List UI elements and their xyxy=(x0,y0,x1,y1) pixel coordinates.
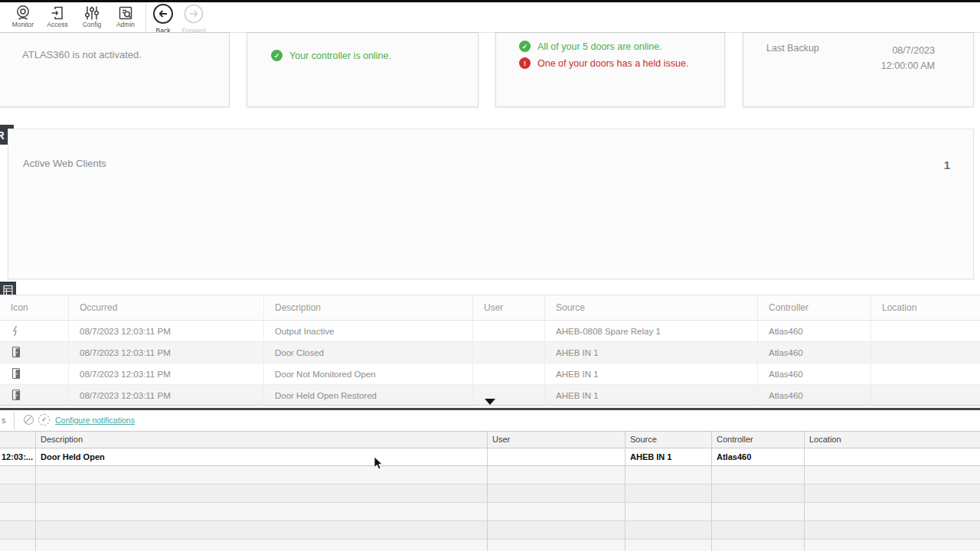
controller-status-text: Your controller is online. xyxy=(289,51,391,61)
col-header-description[interactable]: Description xyxy=(36,432,488,448)
toolbar-label-config: Config xyxy=(74,21,109,28)
doors-issue-text: One of your doors has a held issue. xyxy=(537,58,688,69)
empty-row[interactable] xyxy=(0,521,980,540)
app-window: Monitor Access Config xyxy=(0,0,980,551)
event-controller: Atlas460 xyxy=(758,342,871,363)
active-web-clients-count: 1 xyxy=(944,158,950,171)
col-header-user[interactable]: User xyxy=(488,432,626,448)
col-header-source[interactable]: Source xyxy=(545,295,758,320)
activation-status-text: ATLAS360 is not activated. xyxy=(0,33,229,60)
toolbar-button-monitor[interactable]: Monitor xyxy=(5,4,41,31)
alert-user xyxy=(488,448,626,465)
event-description: Door Held Open Restored xyxy=(264,385,473,406)
activation-status-card: ATLAS360 is not activated. xyxy=(0,32,230,107)
alerts-toolbar-separator xyxy=(14,412,15,429)
last-backup-time: 12:00:00 AM xyxy=(881,58,935,73)
alert-row[interactable]: 12:03:... Door Held Open AHEB IN 1 Atlas… xyxy=(0,448,980,466)
event-source: AHEB IN 1 xyxy=(545,385,758,406)
backup-status-card: Last Backup 08/7/2023 12:00:00 AM xyxy=(743,32,974,107)
event-row[interactable]: 08/7/2023 12:03:11 PM Output Inactive AH… xyxy=(0,321,980,342)
events-table: Icon Occurred Description User Source Co… xyxy=(0,295,980,406)
event-occurred: 08/7/2023 12:03:11 PM xyxy=(69,321,264,341)
doors-online-text: All of your 5 doors are online. xyxy=(537,41,662,52)
event-controller: Atlas460 xyxy=(758,364,871,384)
event-source: AHEB-0808 Spare Relay 1 xyxy=(545,321,758,341)
check-circle-icon: ✓ xyxy=(271,50,283,61)
col-header-user[interactable]: User xyxy=(473,295,545,320)
col-header-occurred[interactable]: Occurred xyxy=(69,295,264,320)
alert-circle-icon: ! xyxy=(519,57,531,69)
event-description: Output Inactive xyxy=(264,321,473,341)
col-header-source[interactable]: Source xyxy=(626,432,712,448)
event-location xyxy=(871,342,980,363)
config-sliders-icon xyxy=(74,5,109,21)
scroll-down-indicator-icon[interactable] xyxy=(485,399,495,405)
configure-notifications-link[interactable]: Configure notifications xyxy=(55,416,135,425)
last-backup-date: 08/7/2023 xyxy=(881,43,935,58)
toolbar-button-access[interactable]: Access xyxy=(40,4,75,31)
alert-description: Door Held Open xyxy=(36,448,488,465)
check-circle-icon: ✓ xyxy=(519,41,531,52)
forward-arrow-icon xyxy=(183,14,204,27)
mute-icon[interactable] xyxy=(24,415,34,425)
alerts-table-header: Description User Source Controller Locat… xyxy=(0,432,980,448)
monitor-camera-icon xyxy=(5,5,41,21)
output-icon xyxy=(0,321,69,341)
door-icon xyxy=(0,342,69,363)
alert-occurred: 12:03:... xyxy=(0,448,36,465)
admin-audit-icon xyxy=(108,5,143,21)
col-header-controller[interactable]: Controller xyxy=(712,432,805,448)
event-user xyxy=(473,342,545,363)
event-occurred: 08/7/2023 12:03:11 PM xyxy=(69,385,264,406)
forward-button[interactable]: Forward xyxy=(177,3,211,32)
toolbar-button-admin[interactable]: Admin xyxy=(108,4,143,31)
event-row[interactable]: 08/7/2023 12:03:11 PM Door Not Monitored… xyxy=(0,364,980,385)
event-occurred: 08/7/2023 12:03:11 PM xyxy=(69,364,264,384)
scheduled-check-icon[interactable]: ✓ xyxy=(38,414,50,425)
col-header-occurred-clipped[interactable] xyxy=(0,432,36,448)
back-button[interactable]: Back xyxy=(146,3,180,32)
event-location xyxy=(871,321,980,341)
back-arrow-icon xyxy=(152,14,174,27)
alerts-window: s ✓ Configure notifications Description … xyxy=(0,408,980,551)
event-source: AHEB IN 1 xyxy=(545,364,758,384)
active-web-clients-label: Active Web Clients xyxy=(23,158,106,169)
empty-row[interactable] xyxy=(0,466,980,484)
event-controller: Atlas460 xyxy=(758,321,871,341)
empty-row[interactable] xyxy=(0,540,980,551)
access-door-icon xyxy=(40,5,75,21)
doors-status-card: ✓ All of your 5 doors are online. ! One … xyxy=(495,32,725,107)
alert-controller: Atlas460 xyxy=(712,448,805,465)
event-source: AHEB IN 1 xyxy=(545,342,758,363)
event-controller: Atlas460 xyxy=(758,385,871,406)
event-location xyxy=(871,385,980,406)
event-user xyxy=(473,321,545,341)
door-icon xyxy=(0,364,69,384)
alert-location xyxy=(805,448,980,465)
col-header-controller[interactable]: Controller xyxy=(758,295,871,320)
empty-row[interactable] xyxy=(0,503,980,521)
event-occurred: 08/7/2023 12:03:11 PM xyxy=(69,342,264,363)
events-table-header: Icon Occurred Description User Source Co… xyxy=(0,295,980,321)
toolbar-button-config[interactable]: Config xyxy=(74,4,109,31)
col-header-location[interactable]: Location xyxy=(805,432,980,448)
event-description: Door Closed xyxy=(264,342,473,363)
event-location xyxy=(871,364,980,384)
toolbar-label-admin: Admin xyxy=(108,21,143,28)
toolbar-label-access: Access xyxy=(40,21,75,28)
active-web-clients-panel: Active Web Clients 1 xyxy=(8,129,974,279)
badge-glyph: R xyxy=(0,129,5,142)
door-icon xyxy=(0,385,69,406)
col-header-icon[interactable]: Icon xyxy=(0,295,69,320)
last-backup-label: Last Backup xyxy=(766,43,819,73)
controller-status-card: ✓ Your controller is online. xyxy=(247,32,479,107)
empty-row[interactable] xyxy=(0,484,980,503)
toolbar-label-monitor: Monitor xyxy=(5,21,41,28)
main-toolbar: Monitor Access Config xyxy=(0,2,980,33)
col-header-description[interactable]: Description xyxy=(264,295,473,320)
alerts-toolbar: s ✓ Configure notifications xyxy=(0,410,980,432)
event-row[interactable]: 08/7/2023 12:03:11 PM Door Closed AHEB I… xyxy=(0,342,980,364)
col-header-location[interactable]: Location xyxy=(871,295,980,320)
clipped-toolbar-text: s xyxy=(2,416,6,425)
alert-source: AHEB IN 1 xyxy=(626,448,712,465)
